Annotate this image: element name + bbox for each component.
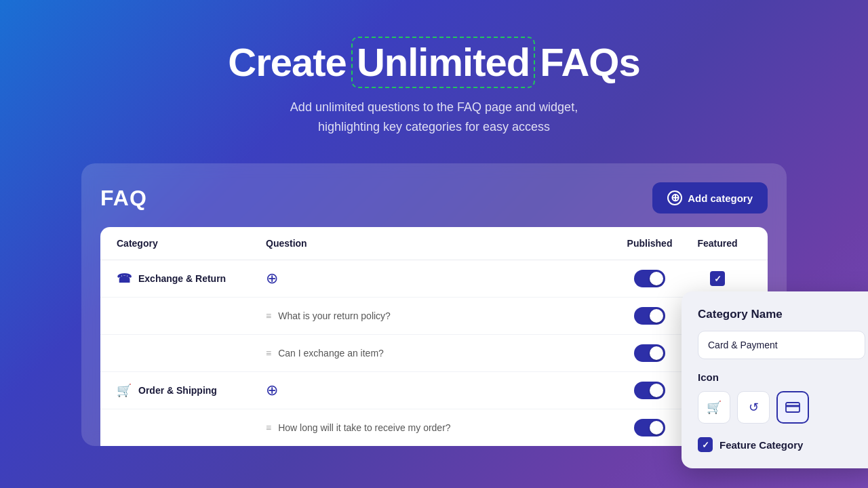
add-icon-2[interactable]: ⊕ <box>266 382 278 399</box>
title-start: Create <box>228 40 357 84</box>
header-question: Question <box>266 238 616 249</box>
toggle-published-1[interactable] <box>616 270 684 287</box>
hero-section: Create Unlimited FAQs Add unlimited ques… <box>0 0 868 163</box>
faq-table: Category Question Published Featured ☎ E… <box>100 227 768 446</box>
icon-options: 🛒 ↺ <box>698 391 865 424</box>
exchange-return-icon: ☎ <box>117 271 132 286</box>
table-row: ≡ How long will it take to receive my or… <box>100 409 768 446</box>
table-row: ≡ Can I exchange an item? <box>100 335 768 372</box>
toggle-published-2[interactable] <box>616 307 684 325</box>
drag-handle-icon: ≡ <box>266 310 271 321</box>
drag-handle-icon: ≡ <box>266 348 271 359</box>
toggle-switch-1[interactable] <box>634 270 665 287</box>
feature-row: Feature Category <box>698 437 865 452</box>
question-text: What is your return policy? <box>278 310 391 321</box>
category-order-shipping: 🛒 Order & Shipping <box>117 383 266 398</box>
card-icon-button[interactable] <box>776 391 809 424</box>
add-category-button[interactable]: ⊕ Add category <box>652 182 768 214</box>
faq-panel-title: FAQ <box>100 186 147 211</box>
question-receive-order: ≡ How long will it take to receive my or… <box>266 422 616 433</box>
faq-panel: FAQ ⊕ Add category Category Question Pub… <box>81 163 787 446</box>
table-row: ☎ Exchange & Return ⊕ <box>100 260 768 298</box>
question-exchange-item: ≡ Can I exchange an item? <box>266 348 616 359</box>
category-popup: Category Name Icon 🛒 ↺ Feature Category <box>682 291 868 468</box>
add-question-row[interactable]: ⊕ <box>266 270 616 287</box>
order-shipping-icon: 🛒 <box>117 383 132 398</box>
table-row: ≡ What is your return policy? <box>100 298 768 335</box>
header-published: Published <box>616 238 684 249</box>
category-exchange-return: ☎ Exchange & Return <box>117 271 266 286</box>
table-row: 🛒 Order & Shipping ⊕ <box>100 372 768 409</box>
toggle-switch-3[interactable] <box>634 344 665 362</box>
icon-label: Icon <box>698 371 865 383</box>
question-return-policy: ≡ What is your return policy? <box>266 310 616 321</box>
category-label: Order & Shipping <box>138 385 217 396</box>
add-question-row-2[interactable]: ⊕ <box>266 382 616 399</box>
cart-icon-button[interactable]: 🛒 <box>698 391 730 424</box>
hero-subtitle: Add unlimited questions to the FAQ page … <box>244 98 624 137</box>
question-text: How long will it take to receive my orde… <box>278 422 450 433</box>
svg-rect-1 <box>786 405 800 407</box>
add-icon[interactable]: ⊕ <box>266 270 278 287</box>
header-category: Category <box>117 238 266 249</box>
category-name-input[interactable] <box>698 331 865 359</box>
exchange-icon-button[interactable]: ↺ <box>737 391 770 424</box>
toggle-published-3[interactable] <box>616 344 684 362</box>
title-end: FAQs <box>530 40 640 84</box>
toggle-switch-5[interactable] <box>634 419 665 436</box>
title-highlight: Unlimited <box>357 41 530 84</box>
table-header: Category Question Published Featured <box>100 227 768 260</box>
question-text: Can I exchange an item? <box>278 348 384 359</box>
toggle-switch-4[interactable] <box>634 382 665 399</box>
category-label: Exchange & Return <box>138 273 226 284</box>
toggle-switch-2[interactable] <box>634 307 665 325</box>
feature-label: Feature Category <box>719 439 803 451</box>
toggle-published-5[interactable] <box>616 419 684 436</box>
checkbox-1[interactable] <box>710 271 725 286</box>
checkbox-featured-1[interactable] <box>684 271 751 286</box>
faq-panel-header: FAQ ⊕ Add category <box>100 182 768 214</box>
toggle-published-4[interactable] <box>616 382 684 399</box>
plus-circle-icon: ⊕ <box>667 190 682 205</box>
popup-title: Category Name <box>698 308 865 321</box>
drag-handle-icon: ≡ <box>266 422 271 433</box>
header-featured: Featured <box>684 238 751 249</box>
hero-title: Create Unlimited FAQs <box>14 41 854 84</box>
svg-rect-0 <box>786 403 800 412</box>
feature-checkbox[interactable] <box>698 437 713 452</box>
